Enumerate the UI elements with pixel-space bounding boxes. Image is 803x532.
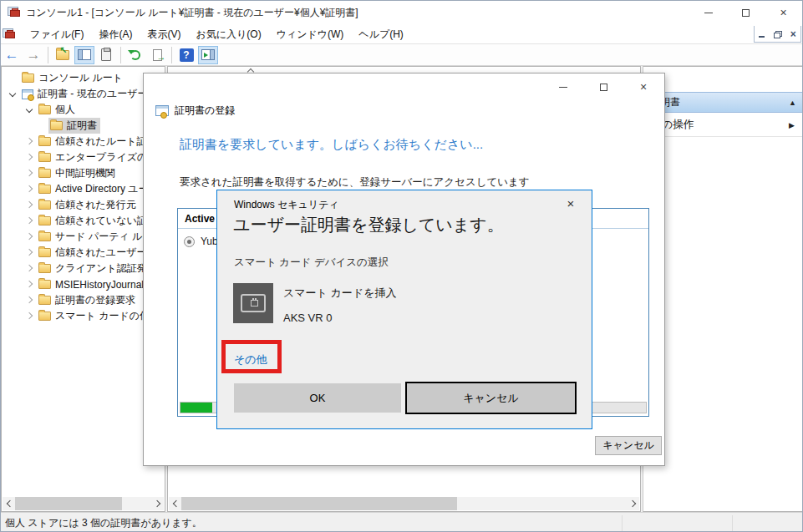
collapse-icon[interactable]: ▲	[789, 99, 796, 107]
up-folder-icon: ↖	[56, 50, 69, 60]
tree-item-certificates-selected[interactable]: 証明書	[2, 118, 165, 134]
folder-icon	[38, 185, 51, 194]
chevron-collapsed-icon[interactable]	[25, 312, 33, 321]
dialog-minimize-button[interactable]	[551, 79, 576, 95]
dialog-maximize-button[interactable]	[591, 79, 616, 95]
back-button[interactable]: ←	[2, 46, 22, 64]
tree-item-console-root[interactable]: コンソール ルート	[2, 70, 165, 86]
folder-icon	[38, 264, 51, 273]
status-text: 個人 ストアには 3 個の証明書があります。	[1, 516, 202, 530]
chevron-collapsed-icon[interactable]	[25, 138, 33, 146]
menu-action[interactable]: 操作(A)	[91, 24, 140, 44]
enrollment-dialog-title: 証明書の登録	[175, 104, 235, 118]
chevron-collapsed-icon[interactable]	[25, 217, 33, 225]
expand-icon: ▶	[789, 121, 795, 129]
scroll-left-icon[interactable]	[169, 497, 181, 510]
scrollbar-thumb[interactable]	[15, 497, 122, 510]
cancel-button[interactable]: キャンセル	[405, 382, 577, 414]
scroll-right-icon[interactable]	[627, 497, 639, 510]
folder-icon	[38, 137, 51, 146]
properties-button[interactable]	[96, 46, 116, 64]
tree-item-client-auth-issuers[interactable]: クライアント認証発行者	[2, 261, 165, 276]
help-button[interactable]: ?	[176, 46, 196, 64]
tree-item-trusted-root[interactable]: 信頼されたルート証明機関	[2, 134, 165, 149]
dialog-close-button[interactable]: ×	[631, 79, 656, 95]
show-action-pane-toggle[interactable]	[198, 46, 218, 64]
tree-item-intermediate-ca[interactable]: 中間証明機関	[2, 165, 165, 181]
toolbar-separator	[120, 47, 121, 63]
folder-icon	[38, 296, 51, 305]
menu-help[interactable]: ヘルプ(H)	[351, 24, 411, 44]
chevron-collapsed-icon[interactable]	[25, 296, 33, 305]
menu-view[interactable]: 表示(V)	[140, 24, 188, 44]
enrollment-cancel-button[interactable]: キャンセル	[595, 436, 662, 455]
close-button[interactable]: ×	[765, 1, 802, 24]
chevron-collapsed-icon[interactable]	[25, 185, 33, 194]
ok-button[interactable]: OK	[234, 383, 401, 413]
menu-favorites[interactable]: お気に入り(O)	[188, 24, 268, 44]
scroll-right-icon[interactable]	[151, 497, 164, 510]
show-console-tree-toggle[interactable]	[74, 46, 94, 64]
child-restore-icon[interactable]	[774, 31, 781, 38]
smart-card-device-name: AKS VR 0	[283, 312, 333, 324]
menu-window[interactable]: ウィンドウ(W)	[269, 24, 352, 44]
chevron-collapsed-icon[interactable]	[25, 233, 33, 241]
security-dialog-title: Windows セキュリティ	[234, 198, 339, 212]
tree-item-enterprise-trust[interactable]: エンタープライズの信頼	[2, 149, 165, 165]
enrollment-status-body: 要求された証明書を取得するために、登録サーバーにアクセスしています	[180, 175, 530, 190]
tree-horizontal-scrollbar[interactable]	[3, 497, 164, 510]
menu-file[interactable]: ファイル(F)	[23, 24, 91, 44]
tree-item-msie-history-journal[interactable]: MSIEHistoryJournal	[2, 276, 165, 292]
chevron-expanded-icon[interactable]	[25, 106, 33, 114]
actions-pane-title: 証明書	[650, 95, 789, 109]
chevron-collapsed-icon[interactable]	[25, 265, 33, 273]
clipboard-icon	[101, 48, 111, 61]
scrollbar-thumb[interactable]	[181, 497, 457, 510]
chevron-collapsed-icon[interactable]	[25, 154, 33, 162]
menubar: ファイル(F) 操作(A) 表示(V) お気に入り(O) ウィンドウ(W) ヘル…	[1, 24, 802, 44]
chevron-collapsed-icon[interactable]	[25, 170, 33, 178]
chevron-expanded-icon[interactable]	[8, 90, 17, 99]
chevron-collapsed-icon[interactable]	[25, 281, 33, 289]
list-horizontal-scrollbar[interactable]	[169, 497, 639, 510]
tree-item-personal[interactable]: 個人	[2, 102, 165, 118]
child-window-controls: ×	[754, 26, 801, 43]
tree-selection-highlight: 証明書	[48, 118, 100, 134]
tree-item-certificate-enrollment-requests[interactable]: 証明書の登録要求	[2, 292, 165, 308]
radio-button-icon[interactable]	[184, 236, 195, 247]
tree-item-smartcard-trusted-roots[interactable]: スマート カードの信頼されたルート	[2, 308, 165, 324]
toolbar: ← → ↖ → ?	[1, 44, 802, 66]
security-heading: ユーザー証明書を登録しています。	[233, 214, 504, 236]
console-tree-pane: コンソール ルート 証明書 - 現在のユーザー 個人 証明書 信頼されたルート証…	[1, 66, 165, 512]
chevron-collapsed-icon[interactable]	[25, 201, 33, 210]
export-list-button[interactable]: →	[147, 46, 167, 64]
folder-icon	[38, 280, 51, 289]
tree-item-trusted-people[interactable]: 信頼されたユーザー	[2, 245, 165, 261]
tree-item-ad-user-object[interactable]: Active Directory ユーザー オブジェクト	[2, 181, 165, 197]
statusbar: 個人 ストアには 3 個の証明書があります。	[1, 512, 802, 532]
maximize-button[interactable]	[727, 1, 765, 24]
console-tree: コンソール ルート 証明書 - 現在のユーザー 個人 証明書 信頼されたルート証…	[2, 70, 165, 324]
tree-item-untrusted-certificates[interactable]: 信頼されていない証明書	[2, 213, 165, 229]
help-icon: ?	[180, 48, 194, 62]
minimize-button[interactable]	[689, 1, 727, 24]
child-minimize-icon[interactable]	[759, 36, 765, 38]
security-close-button[interactable]: ×	[562, 195, 580, 211]
other-actions-item[interactable]: 他の操作 ▶	[643, 114, 803, 137]
up-one-level-button[interactable]: ↖	[53, 46, 73, 64]
window-title: コンソール1 - [コンソール ルート¥証明書 - 現在のユーザー¥個人¥証明書…	[26, 6, 358, 20]
tree-item-certificates-current-user[interactable]: 証明書 - 現在のユーザー	[2, 86, 165, 102]
tree-item-third-party-root[interactable]: サード パーティ ルート証明機関	[2, 229, 165, 245]
folder-icon	[50, 121, 63, 130]
security-subheading: スマート カード デバイスの選択	[234, 256, 389, 270]
refresh-button[interactable]	[125, 46, 145, 64]
chevron-collapsed-icon[interactable]	[25, 249, 33, 257]
tree-item-trusted-publishers[interactable]: 信頼された発行元	[2, 197, 165, 213]
folder-icon	[38, 248, 51, 257]
actions-pane-header[interactable]: 証明書 ▲	[643, 92, 803, 113]
forward-button[interactable]: →	[23, 46, 43, 64]
scroll-left-icon[interactable]	[3, 497, 15, 510]
child-close-icon[interactable]: ×	[790, 29, 796, 39]
folder-icon	[38, 153, 51, 162]
close-icon: ×	[780, 7, 786, 18]
